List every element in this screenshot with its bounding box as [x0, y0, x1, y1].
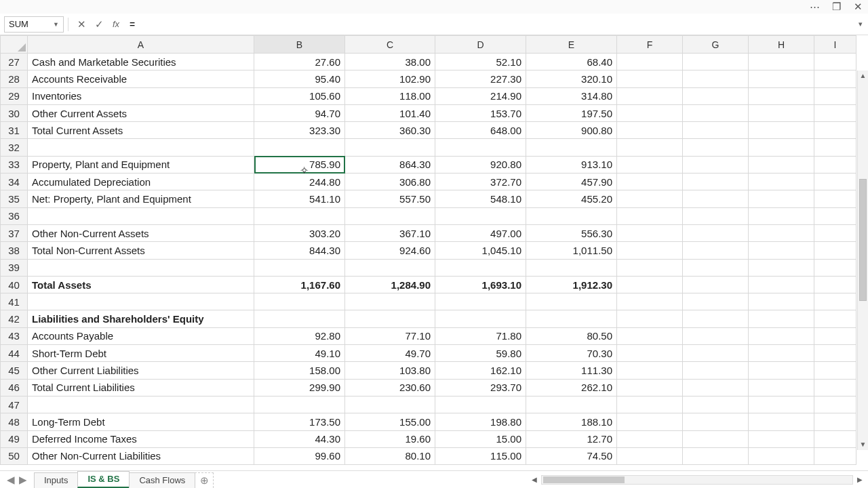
cell-empty[interactable]	[814, 447, 856, 464]
cell-value[interactable]	[435, 310, 526, 327]
column-header-H[interactable]: H	[749, 36, 814, 54]
cell-empty[interactable]	[617, 259, 683, 276]
cell-empty[interactable]	[617, 379, 683, 396]
cell-label[interactable]: Total Assets	[28, 276, 254, 293]
cell-empty[interactable]	[749, 139, 814, 156]
cell-label[interactable]: Total Current Liabilities	[28, 379, 254, 396]
cell-empty[interactable]	[814, 345, 856, 362]
cell-empty[interactable]	[814, 293, 856, 310]
cell-empty[interactable]	[683, 174, 749, 190]
cell-empty[interactable]	[683, 242, 749, 259]
cell-value[interactable]	[526, 293, 617, 310]
cell-empty[interactable]	[617, 362, 683, 379]
cell-empty[interactable]	[683, 122, 749, 139]
column-header-B[interactable]: B	[254, 36, 345, 54]
cell-value[interactable]: 111.30	[526, 362, 617, 379]
cell-value[interactable]	[435, 396, 526, 413]
cell-empty[interactable]	[683, 139, 749, 156]
cell-empty[interactable]	[683, 327, 749, 344]
cell-empty[interactable]	[814, 104, 856, 121]
formula-input[interactable]	[124, 17, 853, 32]
cell-value[interactable]: 19.60	[345, 430, 435, 447]
sheet-nav-prev[interactable]: ◀	[7, 474, 15, 486]
cell-empty[interactable]	[749, 379, 814, 396]
cell-value[interactable]: 924.60	[345, 242, 435, 259]
cell-empty[interactable]	[683, 70, 749, 87]
column-header-C[interactable]: C	[345, 36, 435, 54]
sheet-nav-next[interactable]: ▶	[19, 474, 27, 486]
cell-label[interactable]: Short-Term Debt	[28, 345, 254, 362]
cell-value[interactable]: 49.70	[345, 345, 435, 362]
cell-value[interactable]	[345, 259, 435, 276]
cell-empty[interactable]	[749, 362, 814, 379]
cell-value[interactable]: 80.50	[526, 327, 617, 344]
cell-empty[interactable]	[814, 327, 856, 344]
cell-value[interactable]: 323.30	[254, 122, 345, 139]
row-header[interactable]: 36	[1, 207, 28, 224]
cell-value[interactable]: 38.00	[345, 54, 435, 70]
cell-empty[interactable]	[617, 242, 683, 259]
cell-value[interactable]: 158.00	[254, 362, 345, 379]
cell-empty[interactable]	[683, 207, 749, 224]
cell-empty[interactable]	[617, 310, 683, 327]
cell-value[interactable]: 71.80	[435, 327, 526, 344]
add-sheet-button[interactable]: ⊕	[195, 472, 214, 488]
cell-value[interactable]: 162.10	[435, 362, 526, 379]
cell-value[interactable]: 1,284.90	[345, 276, 435, 293]
cell-label[interactable]	[28, 396, 254, 413]
cell-label[interactable]: Other Current Liabilities	[28, 362, 254, 379]
cell-empty[interactable]	[683, 276, 749, 293]
cell-empty[interactable]	[749, 259, 814, 276]
cell-value[interactable]	[435, 259, 526, 276]
cell-empty[interactable]	[814, 242, 856, 259]
cell-value[interactable]: 262.10	[526, 379, 617, 396]
cell-label[interactable]: Net: Property, Plant and Equipment	[28, 190, 254, 207]
cell-empty[interactable]	[683, 447, 749, 464]
cell-empty[interactable]	[814, 122, 856, 139]
cell-empty[interactable]	[683, 379, 749, 396]
cell-value[interactable]: 197.50	[526, 104, 617, 121]
cell-value[interactable]: 299.90	[254, 379, 345, 396]
cell-empty[interactable]	[617, 54, 683, 70]
cell-empty[interactable]	[617, 139, 683, 156]
cell-label[interactable]	[28, 207, 254, 224]
cell-value[interactable]	[345, 293, 435, 310]
cell-empty[interactable]	[617, 413, 683, 430]
cell-label[interactable]	[28, 259, 254, 276]
cell-empty[interactable]	[749, 54, 814, 70]
cell-value[interactable]: 80.10	[345, 447, 435, 464]
row-header[interactable]: 35	[1, 190, 28, 207]
cell-label[interactable]	[28, 139, 254, 156]
scroll-right-icon[interactable]: ▶	[854, 476, 865, 483]
row-header[interactable]: 27	[1, 54, 28, 70]
scroll-down-icon[interactable]: ▼	[858, 439, 868, 450]
cell-label[interactable]: Total Non-Current Assets	[28, 242, 254, 259]
more-icon[interactable]: ⋯	[810, 2, 819, 12]
cell-value[interactable]: 372.70	[435, 174, 526, 190]
cell-value[interactable]	[345, 396, 435, 413]
cell-empty[interactable]	[749, 174, 814, 190]
cell-value[interactable]	[254, 396, 345, 413]
cell-empty[interactable]	[749, 310, 814, 327]
restore-icon[interactable]: ❐	[831, 2, 841, 12]
cell-value[interactable]	[526, 396, 617, 413]
cell-empty[interactable]	[814, 379, 856, 396]
expand-formula-bar-button[interactable]: ▾	[853, 20, 868, 28]
cell-label[interactable]: Property, Plant and Equipment	[28, 156, 254, 173]
cell-value[interactable]: 306.80	[345, 174, 435, 190]
cell-value[interactable]: 360.30	[345, 122, 435, 139]
cell-value[interactable]	[254, 207, 345, 224]
cell-empty[interactable]	[617, 190, 683, 207]
scroll-left-icon[interactable]: ◀	[529, 476, 540, 483]
cell-empty[interactable]	[683, 293, 749, 310]
cell-label[interactable]: Accumulated Depreciation	[28, 174, 254, 190]
cell-empty[interactable]	[749, 122, 814, 139]
cell-empty[interactable]	[814, 70, 856, 87]
cell-empty[interactable]	[749, 104, 814, 121]
cell-empty[interactable]	[814, 174, 856, 190]
cell-label[interactable]: Deferred Income Taxes	[28, 430, 254, 447]
row-header[interactable]: 31	[1, 122, 28, 139]
cell-value[interactable]: 92.80	[254, 327, 345, 344]
cell-empty[interactable]	[683, 104, 749, 121]
cell-value[interactable]	[526, 310, 617, 327]
